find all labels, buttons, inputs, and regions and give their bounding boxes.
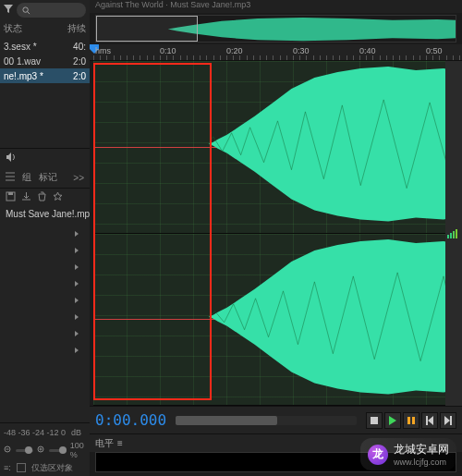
download-icon[interactable] (21, 191, 31, 203)
selection-checkbox[interactable] (17, 463, 26, 472)
watermark-logo-icon: 龙 (368, 445, 388, 465)
tree-item[interactable] (0, 342, 90, 359)
search-input[interactable] (17, 3, 86, 18)
pause-button[interactable] (403, 412, 419, 429)
zoom-in-icon[interactable] (37, 445, 45, 456)
dropdown-icon[interactable]: ≡: (4, 463, 11, 472)
meter-db: dB (71, 428, 81, 437)
file-row[interactable]: ne!.mp3 * 2:0 (0, 68, 90, 83)
zoom-slider[interactable] (16, 449, 33, 452)
hamburger-icon[interactable] (6, 172, 15, 183)
ruler-tick: 0:20 (226, 46, 243, 55)
timecode-display[interactable]: 0:00.000 (95, 411, 166, 429)
tree-item[interactable] (0, 325, 90, 342)
ruler-tick: 0:50 (426, 46, 443, 55)
svg-line-1 (27, 11, 30, 14)
svg-rect-11 (456, 229, 457, 238)
ruler-start-label: hms (95, 46, 111, 55)
star-icon[interactable] (53, 191, 63, 203)
selection-label: 仅选区对象 (31, 462, 73, 474)
expand-icon[interactable]: >> (73, 173, 84, 183)
stop-button[interactable] (366, 412, 383, 429)
meter-values: -48 -36 -24 -12 0 (4, 428, 66, 437)
tree-item[interactable] (0, 292, 90, 309)
level-label[interactable]: 电平 (95, 437, 114, 450)
svg-rect-14 (412, 417, 415, 424)
level-meter-icon (447, 229, 460, 238)
level-menu-icon[interactable]: ≡ (117, 438, 123, 448)
scrollbar-thumb[interactable] (176, 416, 277, 425)
speaker-icon[interactable] (6, 152, 17, 165)
ruler-tick: 0:40 (359, 46, 376, 55)
tab-mark[interactable]: 标记 (39, 171, 57, 184)
tree-item[interactable] (0, 309, 90, 325)
tree-item[interactable] (0, 226, 90, 242)
zoom-out-icon[interactable] (4, 445, 12, 456)
ruler-tick: 0:10 (160, 46, 176, 55)
prev-button[interactable] (421, 412, 438, 429)
svg-rect-12 (371, 417, 378, 424)
tree-item[interactable] (0, 259, 90, 275)
property-tree (0, 224, 90, 360)
filter-icon[interactable] (4, 5, 13, 16)
file-list: 3.sesx * 40: 00 1.wav 2:0 ne!.mp3 * 2:0 (0, 37, 90, 85)
svg-rect-10 (453, 231, 455, 238)
svg-rect-9 (450, 233, 452, 238)
play-button[interactable] (384, 412, 401, 429)
waveform-editor[interactable] (93, 61, 462, 406)
timeline-scrollbar[interactable] (176, 416, 357, 425)
overview-waveform[interactable] (95, 15, 456, 43)
amplitude-scale (445, 61, 462, 406)
ruler-tick: 0:30 (293, 46, 310, 55)
channel-right[interactable] (93, 234, 462, 407)
tree-item[interactable] (0, 242, 90, 259)
save-icon[interactable] (6, 191, 16, 203)
current-file: Must Save Jane!.mp3 (0, 207, 90, 224)
svg-rect-8 (447, 235, 449, 238)
next-button[interactable] (440, 412, 456, 429)
channel-left[interactable] (93, 61, 462, 234)
file-list-header: 状态 持续 (0, 20, 90, 37)
watermark: 龙 龙城安卓网 www.lcjfg.com (360, 438, 456, 470)
file-row[interactable]: 3.sesx * 40: (0, 39, 90, 54)
file-row[interactable]: 00 1.wav 2:0 (0, 54, 90, 68)
col-status[interactable]: 状态 (4, 22, 67, 35)
watermark-text: 龙城安卓网 (394, 442, 449, 458)
time-ruler[interactable]: hms 0:10 0:20 0:30 0:40 0:50 (90, 44, 462, 61)
document-title: Against The World · Must Save Jane!.mp3 (90, 0, 462, 13)
trash-icon[interactable] (37, 191, 47, 203)
watermark-url: www.lcjfg.com (394, 458, 449, 467)
overview-viewport-handle[interactable] (96, 16, 198, 42)
tab-group[interactable]: 组 (22, 171, 31, 184)
col-duration[interactable]: 持续 (67, 22, 86, 35)
svg-rect-13 (407, 417, 410, 424)
volume-slider[interactable] (49, 449, 67, 452)
zoom-pct: 100 % (70, 441, 86, 459)
tree-item[interactable] (0, 275, 90, 292)
svg-rect-3 (8, 192, 13, 195)
